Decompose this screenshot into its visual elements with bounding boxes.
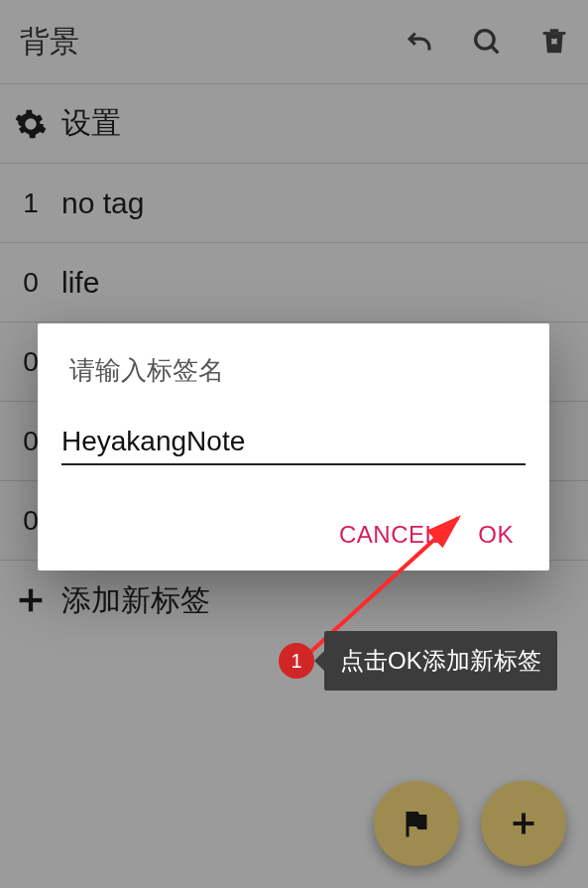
dialog-actions: CANCEL OK [61,521,526,559]
dialog-title: 请输入标签名 [69,353,526,388]
new-tag-dialog: 请输入标签名 CANCEL OK [38,323,549,571]
app-screen: 背景 设置 [0,0,588,888]
tag-name-input[interactable] [61,422,526,465]
annotation-tooltip: 点击OK添加新标签 [324,631,557,691]
cancel-button[interactable]: CANCEL [339,521,438,549]
annotation-step-badge: 1 [279,643,314,679]
ok-button[interactable]: OK [478,521,514,549]
